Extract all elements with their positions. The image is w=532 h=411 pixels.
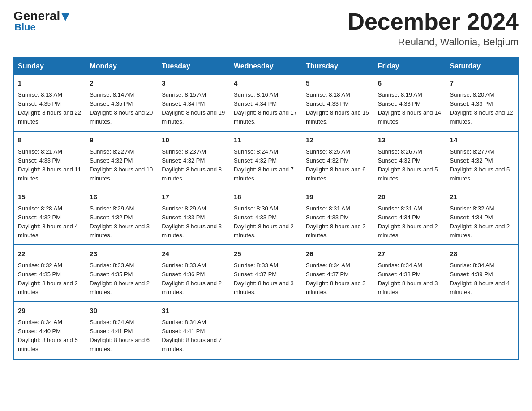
- day-info: Sunrise: 8:26 AMSunset: 4:32 PMDaylight:…: [378, 147, 442, 184]
- calendar-cell: 8Sunrise: 8:21 AMSunset: 4:33 PMDaylight…: [14, 131, 86, 188]
- day-info: Sunrise: 8:34 AMSunset: 4:39 PMDaylight:…: [450, 261, 514, 297]
- day-info: Sunrise: 8:34 AMSunset: 4:41 PMDaylight:…: [90, 318, 154, 354]
- day-number: 31: [162, 306, 226, 316]
- calendar-header-friday: Friday: [374, 57, 446, 75]
- day-info: Sunrise: 8:31 AMSunset: 4:34 PMDaylight:…: [378, 204, 442, 240]
- day-number: 17: [162, 192, 226, 202]
- day-info: Sunrise: 8:30 AMSunset: 4:33 PMDaylight:…: [234, 204, 298, 240]
- day-number: 20: [378, 192, 442, 202]
- calendar-cell: 29Sunrise: 8:34 AMSunset: 4:40 PMDayligh…: [14, 302, 86, 359]
- svg-marker-0: [61, 13, 69, 21]
- calendar-cell: [230, 302, 302, 359]
- calendar-cell: 19Sunrise: 8:31 AMSunset: 4:33 PMDayligh…: [302, 188, 374, 245]
- day-info: Sunrise: 8:25 AMSunset: 4:32 PMDaylight:…: [306, 147, 370, 184]
- calendar-week-3: 15Sunrise: 8:28 AMSunset: 4:32 PMDayligh…: [14, 188, 518, 245]
- day-info: Sunrise: 8:34 AMSunset: 4:37 PMDaylight:…: [306, 261, 370, 297]
- day-info: Sunrise: 8:23 AMSunset: 4:32 PMDaylight:…: [162, 147, 226, 184]
- calendar-cell: 23Sunrise: 8:33 AMSunset: 4:35 PMDayligh…: [86, 245, 158, 302]
- calendar-header-row: SundayMondayTuesdayWednesdayThursdayFrid…: [14, 57, 518, 75]
- day-number: 9: [90, 135, 154, 146]
- calendar-header-wednesday: Wednesday: [230, 57, 302, 75]
- logo-blue: Blue: [13, 21, 36, 33]
- calendar-week-2: 8Sunrise: 8:21 AMSunset: 4:33 PMDaylight…: [14, 131, 518, 188]
- day-number: 30: [90, 306, 154, 316]
- day-info: Sunrise: 8:13 AMSunset: 4:35 PMDaylight:…: [18, 90, 82, 127]
- calendar-cell: 9Sunrise: 8:22 AMSunset: 4:32 PMDaylight…: [86, 131, 158, 188]
- day-number: 4: [234, 78, 298, 89]
- title-section: December 2024 Reuland, Wallonia, Belgium: [348, 9, 519, 48]
- day-info: Sunrise: 8:20 AMSunset: 4:33 PMDaylight:…: [450, 90, 514, 127]
- page-header: General Blue December 2024 Reuland, Wall…: [13, 9, 519, 48]
- logo: General Blue: [13, 9, 69, 33]
- calendar-week-1: 1Sunrise: 8:13 AMSunset: 4:35 PMDaylight…: [14, 75, 518, 131]
- calendar-cell: 21Sunrise: 8:32 AMSunset: 4:34 PMDayligh…: [446, 188, 518, 245]
- calendar-cell: 10Sunrise: 8:23 AMSunset: 4:32 PMDayligh…: [158, 131, 230, 188]
- day-info: Sunrise: 8:21 AMSunset: 4:33 PMDaylight:…: [18, 147, 82, 184]
- day-number: 10: [162, 135, 226, 146]
- calendar-week-5: 29Sunrise: 8:34 AMSunset: 4:40 PMDayligh…: [14, 302, 518, 359]
- calendar-cell: 17Sunrise: 8:29 AMSunset: 4:33 PMDayligh…: [158, 188, 230, 245]
- day-number: 3: [162, 78, 226, 89]
- day-number: 1: [18, 78, 82, 89]
- calendar-header-tuesday: Tuesday: [158, 57, 230, 75]
- calendar-table: SundayMondayTuesdayWednesdayThursdayFrid…: [13, 57, 519, 359]
- calendar-cell: 15Sunrise: 8:28 AMSunset: 4:32 PMDayligh…: [14, 188, 86, 245]
- day-number: 12: [306, 135, 370, 146]
- day-info: Sunrise: 8:24 AMSunset: 4:32 PMDaylight:…: [234, 147, 298, 184]
- calendar-cell: 24Sunrise: 8:33 AMSunset: 4:36 PMDayligh…: [158, 245, 230, 302]
- month-title: December 2024: [348, 9, 519, 34]
- day-info: Sunrise: 8:15 AMSunset: 4:34 PMDaylight:…: [162, 90, 226, 127]
- day-info: Sunrise: 8:34 AMSunset: 4:40 PMDaylight:…: [18, 318, 82, 354]
- day-number: 29: [18, 306, 82, 316]
- day-info: Sunrise: 8:14 AMSunset: 4:35 PMDaylight:…: [90, 90, 154, 127]
- calendar-cell: [374, 302, 446, 359]
- day-number: 6: [378, 78, 442, 89]
- day-info: Sunrise: 8:22 AMSunset: 4:32 PMDaylight:…: [90, 147, 154, 184]
- day-number: 2: [90, 78, 154, 89]
- day-info: Sunrise: 8:33 AMSunset: 4:37 PMDaylight:…: [234, 261, 298, 297]
- day-info: Sunrise: 8:33 AMSunset: 4:35 PMDaylight:…: [90, 261, 154, 297]
- calendar-cell: 14Sunrise: 8:27 AMSunset: 4:32 PMDayligh…: [446, 131, 518, 188]
- day-number: 25: [234, 249, 298, 259]
- calendar-header-thursday: Thursday: [302, 57, 374, 75]
- calendar-cell: 26Sunrise: 8:34 AMSunset: 4:37 PMDayligh…: [302, 245, 374, 302]
- day-number: 19: [306, 192, 370, 202]
- calendar-cell: 18Sunrise: 8:30 AMSunset: 4:33 PMDayligh…: [230, 188, 302, 245]
- calendar-week-4: 22Sunrise: 8:32 AMSunset: 4:35 PMDayligh…: [14, 245, 518, 302]
- calendar-cell: 20Sunrise: 8:31 AMSunset: 4:34 PMDayligh…: [374, 188, 446, 245]
- logo-triangle-icon: [61, 10, 69, 24]
- calendar-cell: 4Sunrise: 8:16 AMSunset: 4:34 PMDaylight…: [230, 75, 302, 131]
- calendar-header-monday: Monday: [86, 57, 158, 75]
- calendar-cell: [302, 302, 374, 359]
- day-info: Sunrise: 8:32 AMSunset: 4:34 PMDaylight:…: [450, 204, 514, 240]
- calendar-cell: 5Sunrise: 8:18 AMSunset: 4:33 PMDaylight…: [302, 75, 374, 131]
- day-number: 27: [378, 249, 442, 259]
- day-info: Sunrise: 8:16 AMSunset: 4:34 PMDaylight:…: [234, 90, 298, 127]
- day-number: 23: [90, 249, 154, 259]
- day-number: 14: [450, 135, 514, 146]
- day-number: 21: [450, 192, 514, 202]
- calendar-cell: 2Sunrise: 8:14 AMSunset: 4:35 PMDaylight…: [86, 75, 158, 131]
- calendar-cell: 11Sunrise: 8:24 AMSunset: 4:32 PMDayligh…: [230, 131, 302, 188]
- day-info: Sunrise: 8:31 AMSunset: 4:33 PMDaylight:…: [306, 204, 370, 240]
- calendar-cell: 7Sunrise: 8:20 AMSunset: 4:33 PMDaylight…: [446, 75, 518, 131]
- calendar-cell: 28Sunrise: 8:34 AMSunset: 4:39 PMDayligh…: [446, 245, 518, 302]
- day-info: Sunrise: 8:32 AMSunset: 4:35 PMDaylight:…: [18, 261, 82, 297]
- day-info: Sunrise: 8:19 AMSunset: 4:33 PMDaylight:…: [378, 90, 442, 127]
- day-info: Sunrise: 8:34 AMSunset: 4:41 PMDaylight:…: [162, 318, 226, 354]
- day-number: 5: [306, 78, 370, 89]
- calendar-cell: [446, 302, 518, 359]
- day-number: 22: [18, 249, 82, 259]
- day-info: Sunrise: 8:29 AMSunset: 4:32 PMDaylight:…: [90, 204, 154, 240]
- calendar-header-sunday: Sunday: [14, 57, 86, 75]
- calendar-cell: 27Sunrise: 8:34 AMSunset: 4:38 PMDayligh…: [374, 245, 446, 302]
- calendar-cell: 16Sunrise: 8:29 AMSunset: 4:32 PMDayligh…: [86, 188, 158, 245]
- calendar-cell: 31Sunrise: 8:34 AMSunset: 4:41 PMDayligh…: [158, 302, 230, 359]
- calendar-cell: 3Sunrise: 8:15 AMSunset: 4:34 PMDaylight…: [158, 75, 230, 131]
- location-title: Reuland, Wallonia, Belgium: [348, 36, 519, 48]
- day-info: Sunrise: 8:33 AMSunset: 4:36 PMDaylight:…: [162, 261, 226, 297]
- day-info: Sunrise: 8:18 AMSunset: 4:33 PMDaylight:…: [306, 90, 370, 127]
- day-number: 8: [18, 135, 82, 146]
- day-number: 7: [450, 78, 514, 89]
- calendar-cell: 6Sunrise: 8:19 AMSunset: 4:33 PMDaylight…: [374, 75, 446, 131]
